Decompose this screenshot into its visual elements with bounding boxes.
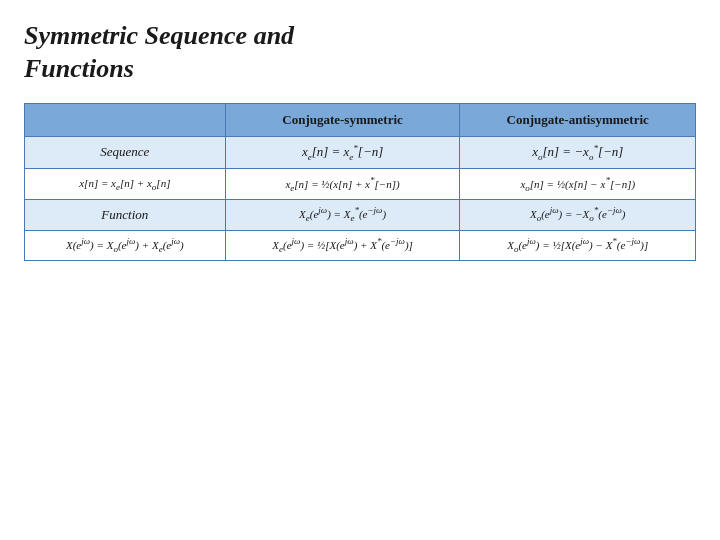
row3-col2: Xe(ejω) = Xe*(e−jω) xyxy=(225,199,460,230)
row4-col3: Xo(ejω) = ½[X(ejω) − X*(e−jω)] xyxy=(460,230,696,261)
table-row: Function Xe(ejω) = Xe*(e−jω) Xo(ejω) = −… xyxy=(25,199,696,230)
row2-col2: xe[n] = ½(x[n] + x*[−n]) xyxy=(225,168,460,199)
header-col1 xyxy=(25,104,226,137)
row2-col1: x[n] = xe[n] + xo[n] xyxy=(25,168,226,199)
row1-col3: xo[n] = −xo*[−n] xyxy=(460,137,696,169)
row4-col1: X(ejω) = Xo(ejω) + Xe(ejω) xyxy=(25,230,226,261)
page-title: Symmetric Sequence and Functions xyxy=(24,20,696,85)
table-row: x[n] = xe[n] + xo[n] xe[n] = ½(x[n] + x*… xyxy=(25,168,696,199)
header-col3: Conjugate-antisymmetric xyxy=(460,104,696,137)
main-table: Conjugate-symmetric Conjugate-antisymmet… xyxy=(24,103,696,261)
header-col2: Conjugate-symmetric xyxy=(225,104,460,137)
table-row: Sequence xe[n] = xe*[−n] xo[n] = −xo*[−n… xyxy=(25,137,696,169)
row-label-function: Function xyxy=(25,199,226,230)
row3-col3: Xo(ejω) = −Xo*(e−jω) xyxy=(460,199,696,230)
row2-col3: xo[n] = ½(x[n] − x*[−n]) xyxy=(460,168,696,199)
row4-col2: Xe(ejω) = ½[X(ejω) + X*(e−jω)] xyxy=(225,230,460,261)
row-label-sequence: Sequence xyxy=(25,137,226,169)
table-row: X(ejω) = Xo(ejω) + Xe(ejω) Xe(ejω) = ½[X… xyxy=(25,230,696,261)
table-header-row: Conjugate-symmetric Conjugate-antisymmet… xyxy=(25,104,696,137)
row1-col2: xe[n] = xe*[−n] xyxy=(225,137,460,169)
